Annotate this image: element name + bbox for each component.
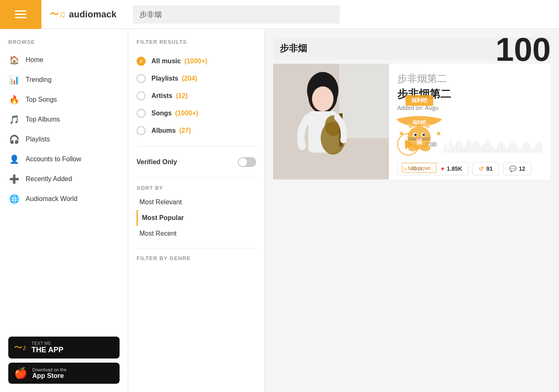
added-date: Augu: [425, 105, 439, 111]
nav-label-top-songs: Top Songs: [26, 96, 57, 103]
text-app-button[interactable]: 〜♪ TEXT ME THE APP: [8, 337, 120, 359]
waveform-bar: [453, 144, 453, 153]
waveform-bar: [463, 146, 463, 153]
filter-label-artists: Artists (12): [151, 92, 188, 100]
waveform-bar: [453, 147, 454, 153]
sidebar-item-trending[interactable]: 📊 Trending: [0, 70, 128, 90]
waveform-bar: [444, 148, 444, 153]
sort-option-most-relevant[interactable]: Most Relevant: [137, 194, 256, 210]
waveform-bar: [450, 140, 451, 153]
sidebar-item-top-songs[interactable]: 🔥 Top Songs: [0, 90, 128, 110]
reposts-stat-button[interactable]: ↺ 91: [473, 162, 499, 175]
waveform-bar: [474, 143, 474, 153]
waveform-bar: [490, 144, 491, 153]
browse-label: BROWSE: [0, 29, 128, 50]
filter-label-songs: Songs (1000+): [151, 110, 198, 117]
waveform-bar: [524, 143, 525, 153]
text-app-labels: TEXT ME THE APP: [31, 341, 63, 354]
waveform-bar: [445, 145, 445, 153]
waveform-bar: [523, 145, 523, 153]
sidebar-item-top-albums[interactable]: 🎵 Top Albums: [0, 110, 128, 129]
sidebar-item-playlists[interactable]: 🎧 Playlists: [0, 129, 128, 149]
filter-option-all-music[interactable]: All music (1000+): [137, 53, 256, 70]
added-label: Added on:: [397, 105, 424, 111]
waveform-bar: [532, 148, 533, 153]
waveform-bar: [492, 146, 492, 153]
hamburger-menu-icon[interactable]: [15, 10, 26, 18]
song-stats: ▶ 491K ♥ 1.85K ↺ 91 💬 1: [397, 162, 542, 175]
logo-text: audiomack: [69, 9, 117, 20]
artist-name: 步非烟: [280, 42, 307, 55]
filter-option-playlists[interactable]: Playlists (204): [137, 70, 256, 87]
waveform-bar: [509, 146, 509, 153]
waveform-bar: [457, 142, 457, 153]
song-added-date: Added on: Augu: [397, 105, 542, 111]
svg-point-5: [312, 86, 333, 111]
waveform-bar: [461, 144, 462, 153]
filter-option-albums[interactable]: Albums (27): [137, 122, 256, 139]
song-info: 步非烟第二 步非烟第二 Added on: Augu 0:00: [389, 64, 551, 179]
app-store-sub: Download on the: [32, 367, 67, 372]
waveform-bar: [534, 148, 535, 153]
waveform-bar: [540, 142, 540, 153]
big-count: 100: [496, 33, 551, 66]
time-label: 0:00: [425, 141, 437, 148]
song-title-zh: 步非烟第二: [397, 72, 542, 85]
logo-wave-icon: 〜♫: [50, 8, 66, 21]
filter-option-songs[interactable]: Songs (1000+): [137, 105, 256, 122]
trending-icon: 📊: [8, 75, 20, 85]
play-button[interactable]: [397, 133, 420, 155]
waveform-bar: [455, 145, 455, 153]
waveform-bar: [465, 145, 465, 153]
verified-toggle[interactable]: [238, 157, 256, 167]
waveform-bar: [541, 143, 541, 153]
plays-stat-button[interactable]: ▶ 491K: [397, 162, 430, 175]
waveform-bar: [539, 141, 539, 153]
reposts-count: 91: [486, 165, 493, 172]
svg-rect-1: [339, 64, 389, 138]
divider-1: [137, 146, 256, 146]
app-store-main: App Store: [32, 372, 67, 380]
waveform-bar: [487, 140, 487, 153]
waveform-bar: [495, 149, 495, 153]
sidebar-item-audiomack-world[interactable]: 🌐 Audiomack World: [0, 189, 128, 209]
waveform-bar: [458, 140, 458, 153]
sidebar-item-accounts-to-follow[interactable]: 👤 Accounts to Follow: [0, 149, 128, 169]
waveform-bar: [530, 145, 530, 153]
app-store-labels: Download on the App Store: [32, 367, 67, 380]
waveform-bar: [522, 147, 522, 153]
filter-label-albums: Albums (27): [151, 127, 191, 134]
waveform-bar: [506, 148, 506, 153]
waveform-bar: [464, 148, 464, 153]
waveform-bar: [480, 146, 481, 153]
album-icon: 🎵: [8, 115, 20, 124]
sort-option-most-popular[interactable]: Most Popular: [137, 210, 256, 226]
fire-icon: 🔥: [8, 95, 20, 105]
song-title-zh2: 步非烟第二: [397, 87, 542, 101]
likes-stat-button[interactable]: ♥ 1.85K: [434, 162, 468, 175]
verified-row: Verified Only: [137, 153, 256, 171]
play-stat-icon: ▶: [403, 165, 408, 172]
waveform-bar: [451, 141, 452, 153]
sort-label-most-recent: Most Recent: [139, 230, 177, 237]
waveform-bar: [525, 142, 525, 153]
sidebar: BROWSE 🏠 Home 📊 Trending 🔥 Top Songs 🎵 T…: [0, 29, 128, 392]
waveform-bar: [483, 145, 483, 153]
search-input[interactable]: [133, 5, 340, 24]
waveform-bar: [515, 143, 516, 153]
sort-option-most-recent[interactable]: Most Recent: [137, 226, 256, 241]
wave-icon: 〜♪: [14, 342, 26, 353]
filter-label-all-music: All music (1000+): [151, 57, 207, 65]
waveform-bar: [509, 144, 510, 153]
genre-title: FILTER BY GENRE: [137, 255, 256, 261]
sidebar-item-home[interactable]: 🏠 Home: [0, 50, 128, 70]
filter-option-artists[interactable]: Artists (12): [137, 87, 256, 105]
nav-label-accounts-to-follow: Accounts to Follow: [26, 155, 81, 163]
waveform-bar: [485, 142, 485, 153]
waveform-bar: [475, 142, 475, 153]
logo-area: 〜♫ audiomack: [41, 8, 125, 21]
sidebar-item-recently-added[interactable]: ➕ Recently Added: [0, 169, 128, 189]
app-store-button[interactable]: 🍎 Download on the App Store: [8, 363, 120, 384]
comments-stat-button[interactable]: 💬 12: [503, 162, 532, 175]
waveform-bar: [503, 143, 503, 153]
